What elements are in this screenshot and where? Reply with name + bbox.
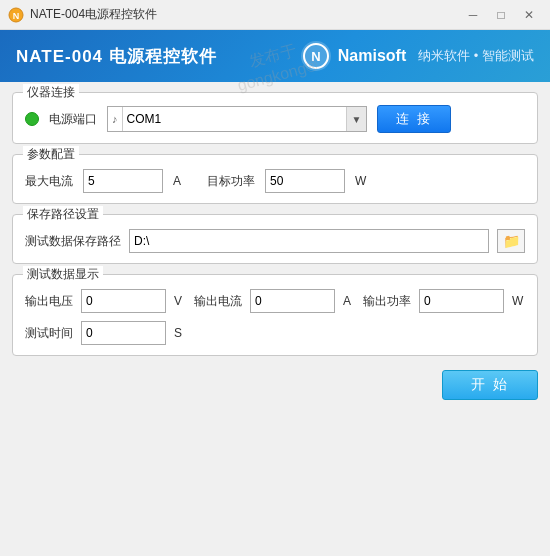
instrument-legend: 仪器连接 — [23, 84, 79, 101]
time-input[interactable] — [81, 321, 166, 345]
svg-text:N: N — [311, 49, 320, 64]
port-prefix: ♪ — [108, 107, 123, 131]
voltage-unit: V — [174, 294, 182, 308]
path-input[interactable] — [129, 229, 489, 253]
data-panel: 测试数据显示 输出电压 V 输出电流 A 输出功率 W 测试时间 S — [12, 274, 538, 356]
folder-icon: 📁 — [503, 233, 520, 249]
header-slogan: 纳米软件 • 智能测试 — [418, 47, 534, 65]
param-legend: 参数配置 — [23, 146, 79, 163]
namisoft-logo: N Namisoft — [300, 40, 406, 72]
logo-icon: N — [300, 40, 332, 72]
header-bar: NATE-004 电源程控软件 N Namisoft 纳米软件 • 智能测试 — [0, 30, 550, 82]
power-input[interactable] — [419, 289, 504, 313]
footer-area: 开 始 — [0, 366, 550, 408]
dropdown-arrow-icon[interactable]: ▼ — [346, 107, 366, 131]
data-section: 测试数据显示 输出电压 V 输出电流 A 输出功率 W 测试时间 S — [12, 274, 538, 356]
max-current-label: 最大电流 — [25, 173, 73, 190]
svg-text:N: N — [13, 11, 20, 21]
close-button[interactable]: ✕ — [516, 4, 542, 26]
main-content: 仪器连接 电源端口 ♪ COM1 COM2 COM3 COM4 ▼ 连 接 — [0, 82, 550, 366]
path-panel: 保存路径设置 测试数据保存路径 📁 — [12, 214, 538, 264]
current-input[interactable] — [250, 289, 335, 313]
target-power-label: 目标功率 — [207, 173, 255, 190]
path-label: 测试数据保存路径 — [25, 233, 121, 250]
maximize-button[interactable]: □ — [488, 4, 514, 26]
port-select-wrapper[interactable]: ♪ COM1 COM2 COM3 COM4 ▼ — [107, 106, 367, 132]
path-legend: 保存路径设置 — [23, 206, 103, 223]
target-power-unit: W — [355, 174, 366, 188]
port-label: 电源端口 — [49, 111, 97, 128]
max-current-unit: A — [173, 174, 181, 188]
param-row: 最大电流 A 目标功率 W — [25, 169, 525, 193]
power-unit: W — [512, 294, 523, 308]
folder-button[interactable]: 📁 — [497, 229, 525, 253]
path-row: 测试数据保存路径 📁 — [25, 229, 525, 253]
title-bar: N NATE-004电源程控软件 ─ □ ✕ — [0, 0, 550, 30]
time-label: 测试时间 — [25, 325, 73, 342]
header-logo-area: N Namisoft 纳米软件 • 智能测试 — [300, 40, 534, 72]
current-label: 输出电流 — [194, 293, 242, 310]
current-unit: A — [343, 294, 351, 308]
data-row-2: 测试时间 S — [25, 321, 525, 345]
start-button[interactable]: 开 始 — [442, 370, 538, 400]
data-row-1: 输出电压 V 输出电流 A 输出功率 W — [25, 289, 525, 313]
title-bar-text: NATE-004电源程控软件 — [30, 6, 460, 23]
port-select[interactable]: COM1 COM2 COM3 COM4 — [123, 112, 347, 126]
param-panel: 参数配置 最大电流 A 目标功率 W — [12, 154, 538, 204]
connect-button[interactable]: 连 接 — [377, 105, 451, 133]
connection-status-dot — [25, 112, 39, 126]
time-unit: S — [174, 326, 182, 340]
instrument-section: 仪器连接 电源端口 ♪ COM1 COM2 COM3 COM4 ▼ 连 接 — [12, 92, 538, 144]
voltage-label: 输出电压 — [25, 293, 73, 310]
param-section: 参数配置 最大电流 A 目标功率 W — [12, 154, 538, 204]
brand-name: Namisoft — [338, 47, 406, 65]
instrument-panel: 仪器连接 电源端口 ♪ COM1 COM2 COM3 COM4 ▼ 连 接 — [12, 92, 538, 144]
max-current-input[interactable] — [83, 169, 163, 193]
app-title: NATE-004 电源程控软件 — [16, 45, 217, 68]
title-bar-controls: ─ □ ✕ — [460, 4, 542, 26]
voltage-input[interactable] — [81, 289, 166, 313]
power-label: 输出功率 — [363, 293, 411, 310]
target-power-input[interactable] — [265, 169, 345, 193]
path-section: 保存路径设置 测试数据保存路径 📁 — [12, 214, 538, 264]
connection-row: 电源端口 ♪ COM1 COM2 COM3 COM4 ▼ 连 接 — [25, 105, 525, 133]
app-icon: N — [8, 7, 24, 23]
minimize-button[interactable]: ─ — [460, 4, 486, 26]
data-legend: 测试数据显示 — [23, 266, 103, 283]
